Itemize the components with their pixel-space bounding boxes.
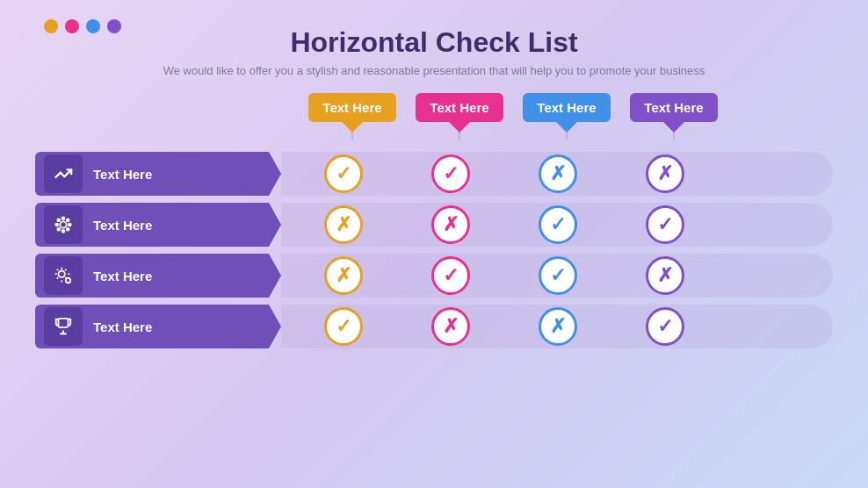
data-row-2: Text Here✗✓✓✗ [35, 254, 833, 298]
row-icon-0 [44, 154, 83, 193]
svg-point-5 [57, 219, 60, 221]
svg-point-8 [57, 228, 60, 231]
cell-2-0: ✗ [290, 256, 397, 295]
header-row: Text Here Text Here Text Here Text Here [299, 93, 833, 140]
row-cells-0: ✓✓✗✗ [281, 152, 833, 196]
svg-point-6 [67, 228, 69, 231]
cell-0-1: ✓ [397, 154, 504, 193]
cell-1-3: ✓ [611, 205, 719, 244]
col-header-box-3: Text Here [523, 93, 611, 122]
check-circle-3-3: ✓ [646, 307, 684, 346]
svg-point-0 [60, 221, 66, 227]
svg-point-7 [67, 219, 69, 221]
row-label-3: Text Here [35, 305, 281, 348]
check-circle-0-2: ✗ [539, 154, 577, 193]
row-label-text-0: Text Here [93, 167, 152, 182]
row-icon-1 [44, 205, 83, 244]
decorative-dots [44, 19, 121, 33]
dot-3 [86, 19, 100, 33]
page-title: Horizontal Check List [35, 18, 833, 59]
dot-2 [65, 19, 79, 33]
svg-rect-11 [59, 319, 69, 327]
col-header-box-4: Text Here [630, 93, 718, 122]
cell-1-2: ✓ [504, 205, 611, 244]
cell-2-3: ✗ [611, 256, 719, 295]
check-circle-3-0: ✓ [324, 307, 363, 346]
data-row-3: Text Here✓✗✗✓ [35, 305, 833, 348]
cell-3-1: ✗ [397, 307, 504, 346]
cell-1-0: ✗ [290, 205, 397, 244]
svg-point-2 [62, 230, 65, 233]
cell-0-0: ✓ [290, 154, 397, 193]
check-circle-1-2: ✓ [539, 205, 577, 244]
check-circle-1-3: ✓ [646, 205, 684, 244]
check-circle-2-2: ✓ [539, 256, 577, 295]
row-label-text-3: Text Here [93, 319, 152, 334]
main-content: Text Here Text Here Text Here Text Here … [35, 93, 833, 348]
col-header-3: Text Here [513, 93, 620, 140]
check-circle-1-0: ✗ [324, 205, 363, 244]
row-label-text-2: Text Here [93, 269, 152, 283]
row-icon-3 [44, 307, 83, 346]
cell-3-0: ✓ [290, 307, 397, 346]
check-circle-1-1: ✗ [431, 205, 470, 244]
cell-2-1: ✓ [397, 256, 504, 295]
check-circle-3-2: ✗ [539, 307, 577, 346]
dot-1 [44, 19, 58, 33]
dot-4 [107, 19, 121, 33]
cell-1-1: ✗ [397, 205, 504, 244]
cell-0-3: ✗ [611, 154, 719, 193]
cell-3-2: ✗ [504, 307, 611, 346]
svg-point-9 [59, 271, 65, 277]
page: Horizontal Check List We would like to o… [0, 0, 868, 488]
data-rows: Text Here✓✓✗✗Text Here✗✗✓✓Text Here✗✓✓✗T… [35, 152, 833, 348]
data-row-1: Text Here✗✗✓✓ [35, 203, 833, 247]
svg-point-4 [69, 224, 71, 226]
row-label-text-1: Text Here [93, 218, 152, 233]
check-circle-0-3: ✗ [646, 154, 684, 193]
row-icon-2 [44, 256, 83, 295]
row-label-1: Text Here [35, 203, 281, 247]
svg-point-1 [62, 217, 65, 219]
check-circle-0-1: ✓ [431, 154, 470, 193]
cell-0-2: ✗ [504, 154, 611, 193]
check-circle-2-1: ✓ [431, 256, 470, 295]
svg-point-3 [55, 224, 58, 226]
col-header-4: Text Here [620, 93, 727, 140]
row-label-0: Text Here [35, 152, 281, 196]
svg-point-10 [66, 278, 71, 283]
check-circle-3-1: ✗ [431, 307, 470, 346]
row-cells-3: ✓✗✗✓ [281, 305, 833, 348]
check-circle-0-0: ✓ [324, 154, 363, 193]
col-header-1: Text Here [299, 93, 406, 140]
col-header-2: Text Here [406, 93, 513, 140]
check-circle-2-3: ✗ [646, 256, 684, 295]
col-header-box-2: Text Here [416, 93, 503, 122]
col-header-box-1: Text Here [308, 93, 396, 122]
row-cells-2: ✗✓✓✗ [281, 254, 833, 298]
row-cells-1: ✗✗✓✓ [281, 203, 833, 247]
cell-2-2: ✓ [504, 256, 611, 295]
cell-3-3: ✓ [611, 307, 719, 346]
row-label-2: Text Here [35, 254, 281, 298]
data-row-0: Text Here✓✓✗✗ [35, 152, 833, 196]
page-subtitle: We would like to offer you a stylish and… [35, 64, 833, 77]
check-circle-2-0: ✗ [324, 256, 363, 295]
